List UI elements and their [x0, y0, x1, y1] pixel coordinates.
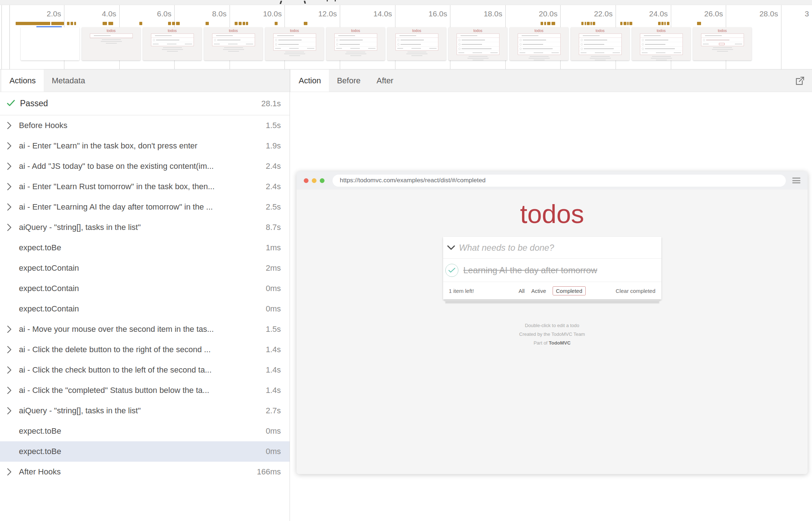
action-row[interactable]: ai - Enter "Learning AI the day after to…: [0, 197, 290, 217]
action-label: ai - Enter "Learning AI the day after to…: [19, 202, 262, 212]
timeline-tick-label: 20.0s: [503, 9, 557, 18]
action-time-marker: [51, 22, 64, 25]
tab-action[interactable]: Action: [291, 69, 329, 92]
thumb-app-title: todos: [632, 29, 690, 33]
action-row[interactable]: expect.toContain 0ms: [0, 299, 290, 319]
action-duration: 2.4s: [266, 182, 281, 191]
chevron-right-icon: [7, 203, 19, 211]
open-external-icon[interactable]: [795, 75, 805, 86]
timeline-tick-label: 2.0s: [7, 9, 61, 18]
action-time-marker: [541, 22, 543, 25]
timeline-tick-label: 8.0s: [172, 9, 227, 18]
action-row[interactable]: aiQuery - "string[], tasks in the list" …: [0, 401, 290, 421]
action-row[interactable]: ai - Move your mouse over the second ite…: [0, 319, 290, 339]
snapshot-panel: Action Before After: [290, 69, 812, 521]
clipped-header-strip: [0, 0, 812, 5]
filmstrip-frame[interactable]: todos: [82, 27, 140, 60]
todo-item[interactable]: Learning AI the day after tomorrow: [443, 259, 661, 282]
filmstrip-frame[interactable]: todos: [265, 27, 324, 60]
test-status-row: Passed 28.1s: [0, 92, 290, 115]
action-duration: 8.7s: [266, 223, 281, 232]
action-label: expect.toBe: [19, 447, 262, 456]
action-row[interactable]: ai - Enter "Learn Rust tomorrow" in the …: [0, 176, 290, 197]
action-duration: 1.4s: [266, 386, 281, 395]
action-duration: 1.4s: [266, 365, 281, 375]
action-row[interactable]: expect.toContain 0ms: [0, 278, 290, 299]
split-divider[interactable]: [290, 69, 290, 521]
action-time-marker: [103, 22, 107, 25]
filter-all[interactable]: All: [518, 288, 525, 294]
action-row[interactable]: Before Hooks 1.5s: [0, 115, 290, 136]
action-row[interactable]: aiQuery - "string[], tasks in the list" …: [0, 217, 290, 238]
filmstrip-frame[interactable]: todos: [510, 27, 568, 60]
action-duration: 2ms: [266, 263, 281, 273]
thumb-app-title: todos: [693, 29, 752, 33]
action-label: aiQuery - "string[], tasks in the list": [19, 406, 262, 415]
timeline-tick-label: 10.0s: [227, 9, 282, 18]
action-row[interactable]: ai - Add "JS today" to base on the exist…: [0, 156, 290, 176]
action-time-marker: [581, 22, 584, 25]
clear-completed-button[interactable]: Clear completed: [616, 288, 655, 294]
toggle-all-chevron-icon[interactable]: [443, 245, 459, 250]
passed-check-icon: [6, 98, 17, 110]
action-row[interactable]: ai - Click the "completed" Status button…: [0, 380, 290, 401]
action-row[interactable]: After Hooks 166ms: [0, 462, 290, 482]
action-duration: 0ms: [266, 304, 281, 314]
action-row[interactable]: ai - Click the delete button to the righ…: [0, 339, 290, 360]
action-row[interactable]: expect.toBe 1ms: [0, 238, 290, 258]
action-time-marker: [139, 22, 142, 25]
timeline-tick-label: 18.0s: [448, 9, 502, 18]
new-todo-placeholder[interactable]: What needs to be done?: [459, 243, 554, 253]
filter-completed[interactable]: Completed: [553, 286, 586, 295]
action-row[interactable]: ai - Click the check button to the left …: [0, 360, 290, 380]
todo-footer: 1 item left! All Active Completed Clear …: [443, 282, 661, 299]
main-split: Actions Metadata Passed 28.1s Before Hoo…: [0, 69, 812, 521]
filmstrip-frame[interactable]: todos: [326, 27, 385, 60]
action-row[interactable]: expect.toBe 0ms: [0, 421, 290, 441]
tab-after[interactable]: After: [369, 69, 401, 92]
filmstrip-frame[interactable]: todos: [449, 27, 507, 60]
action-row[interactable]: ai - Enter "Learn" in the task box, don'…: [0, 136, 290, 156]
app-title: todos: [296, 199, 808, 229]
filmstrip-frame[interactable]: todos: [571, 27, 629, 60]
action-time-marker: [176, 22, 180, 25]
action-time-marker: [658, 22, 661, 25]
action-row[interactable]: expect.toContain 2ms: [0, 258, 290, 278]
action-label: aiQuery - "string[], tasks in the list": [19, 223, 262, 232]
filmstrip-frame[interactable]: todos: [693, 27, 752, 60]
test-status-label: Passed: [20, 99, 261, 108]
filmstrip-frame[interactable]: todos: [204, 27, 263, 60]
action-row[interactable]: expect.toBe 0ms: [0, 441, 290, 462]
browser-chrome: https://todomvc.com/examples/react/dist/…: [296, 171, 808, 190]
action-duration: 1.5s: [266, 121, 281, 130]
chevron-right-icon: [7, 407, 19, 415]
action-label: ai - Add "JS today" to base on the exist…: [19, 162, 262, 171]
tab-metadata[interactable]: Metadata: [44, 69, 93, 92]
tab-actions[interactable]: Actions: [1, 69, 44, 92]
filmstrip-frame[interactable]: todos: [387, 27, 446, 60]
new-todo-row[interactable]: What needs to be done?: [443, 237, 661, 259]
action-label: After Hooks: [19, 467, 253, 477]
todomvc-link[interactable]: TodoMVC: [549, 340, 571, 346]
todo-toggle-icon[interactable]: [445, 264, 458, 277]
action-label: ai - Enter "Learn" in the task box, don'…: [19, 141, 262, 151]
timeline-tick-label: 3: [805, 9, 809, 18]
action-label: ai - Click the "completed" Status button…: [19, 386, 262, 395]
timeline-gridline: [781, 5, 781, 69]
filmstrip-frame[interactable]: todos: [632, 27, 690, 60]
action-time-marker: [697, 22, 701, 25]
filter-active[interactable]: Active: [531, 288, 546, 294]
info-line-3: Part of TodoMVC: [296, 339, 808, 347]
action-time-marker: [275, 22, 278, 25]
traffic-lights: [304, 178, 325, 183]
timeline-tick-label: 4.0s: [62, 9, 116, 18]
timeline[interactable]: 2.0s4.0s6.0s8.0s10.0s12.0s14.0s16.0s18.0…: [0, 5, 812, 69]
thumb-app-title: todos: [265, 29, 324, 33]
action-time-marker: [552, 22, 555, 25]
filmstrip-frame[interactable]: todos: [143, 27, 202, 60]
tab-before[interactable]: Before: [329, 69, 369, 92]
timeline-tick-label: 22.0s: [558, 9, 613, 18]
thumb-app-title: todos: [204, 29, 263, 33]
action-time-marker: [243, 22, 245, 25]
filmstrip-frame[interactable]: [21, 27, 79, 60]
